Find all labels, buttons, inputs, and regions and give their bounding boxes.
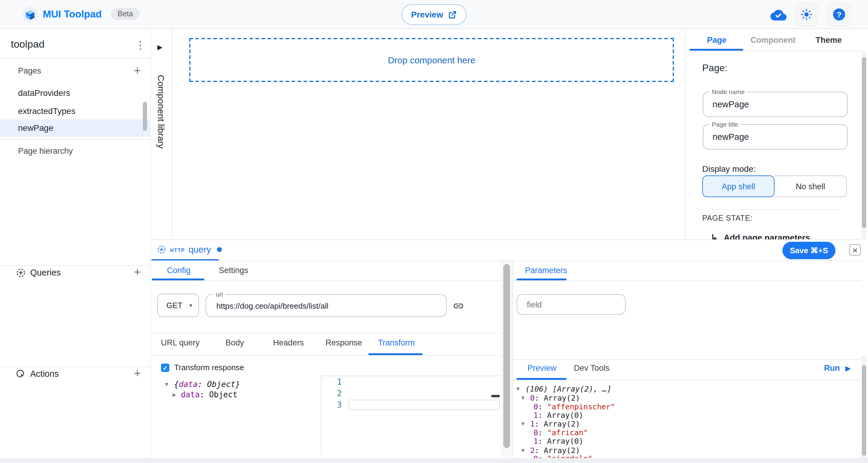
subtab-url-query[interactable]: URL query	[161, 338, 199, 347]
query-editor-panel: HTTP query Save ⌘+S × Config Settings GE…	[151, 239, 861, 458]
subtab-transform[interactable]: Transform	[378, 338, 415, 347]
tab-page[interactable]: Page	[707, 36, 727, 44]
save-button-label: Save ⌘+S	[790, 246, 828, 255]
overview-ruler-marker	[491, 395, 500, 397]
output-value: : Array(2)	[535, 419, 580, 428]
open-in-new-icon	[448, 10, 457, 19]
subtab-body[interactable]: Body	[225, 338, 244, 347]
toolpad-app: MUI Toolpad Beta Preview	[0, 0, 868, 463]
node-name-input[interactable]	[704, 92, 847, 116]
page-heading: Page:	[702, 63, 727, 73]
tab-settings[interactable]: Settings	[219, 266, 248, 275]
sidebar-item-newpage-selected[interactable]: newPage	[0, 119, 151, 137]
line-number: 3	[321, 399, 342, 410]
pages-section-label: Pages	[18, 66, 41, 75]
parameter-field[interactable]	[517, 294, 626, 315]
query-left-scrollbar-thumb[interactable]	[503, 264, 510, 448]
output-key: 0	[533, 428, 538, 437]
tab-theme[interactable]: Theme	[815, 36, 842, 44]
display-mode-toggle-group: App shell No shell	[702, 176, 847, 197]
output-root: (106) [Array(2), …]	[525, 384, 612, 393]
drop-zone[interactable]: Drop component here	[189, 38, 674, 82]
schema-tree-child-row[interactable]: ▶ data: Object	[173, 390, 238, 399]
query-result-output: ▼ (106) [Array(2), …] ▼ 0: Array(2) 0: "…	[513, 384, 850, 458]
expanded-arrow-icon[interactable]: ▼	[520, 395, 526, 401]
url-input[interactable]	[206, 295, 446, 316]
code-editor[interactable]: 1 2 3 returnObject.entries(data.messag	[321, 376, 500, 455]
display-mode-app-shell-button[interactable]: App shell	[702, 176, 775, 197]
expanded-arrow-icon[interactable]: ▼	[520, 447, 526, 453]
page-title-field[interactable]: Page title	[703, 124, 847, 150]
close-icon: ×	[852, 246, 858, 254]
top-header: MUI Toolpad Beta Preview	[0, 0, 868, 29]
preview-button[interactable]: Preview	[401, 4, 467, 25]
output-string-value: "african"	[547, 428, 588, 437]
url-field[interactable]: url	[206, 294, 447, 317]
query-tab[interactable]: HTTP query	[157, 244, 222, 254]
output-value: : Array(2)	[535, 445, 580, 455]
query-http-badge: HTTP	[170, 247, 185, 253]
output-row: 0: "affenpinscher"	[513, 402, 850, 411]
node-name-label: Node name	[710, 89, 747, 95]
close-panel-button[interactable]: ×	[849, 244, 861, 256]
expand-library-chevron-icon[interactable]: ▶	[157, 43, 162, 51]
code-gutter: 1 2 3	[321, 376, 342, 410]
output-row[interactable]: ▼ (106) [Array(2), …]	[513, 384, 850, 394]
output-key: 0	[533, 454, 538, 458]
add-page-button[interactable]: +	[134, 65, 141, 76]
tab-config[interactable]: Config	[167, 266, 190, 275]
collapsed-arrow-icon: ▶	[173, 392, 176, 398]
sidebar-item-extractedtypes[interactable]: extractedTypes	[0, 102, 151, 120]
transform-response-checkbox[interactable]: ✓	[161, 364, 169, 372]
no-shell-label: No shell	[796, 182, 825, 191]
tree-child-rest: : Object	[200, 390, 238, 399]
tab-result-preview[interactable]: Preview	[527, 364, 556, 373]
theme-toggle-button[interactable]	[795, 2, 818, 27]
tab-component[interactable]: Component	[750, 36, 796, 44]
save-button[interactable]: Save ⌘+S	[782, 242, 835, 259]
output-row[interactable]: ▼ 1: Array(2)	[513, 420, 850, 429]
display-mode-label: Display mode:	[702, 164, 755, 174]
run-button[interactable]: Run ▶	[824, 364, 851, 373]
sidebar-item-dataproviders[interactable]: dataProviders	[0, 84, 151, 102]
page-item-label: newPage	[18, 123, 53, 133]
parameters-tab-indicator	[517, 279, 567, 280]
component-library-strip[interactable]: ▶ Component library	[151, 29, 173, 239]
node-name-field[interactable]: Node name	[703, 92, 847, 117]
tab-dev-tools[interactable]: Dev Tools	[574, 364, 610, 373]
output-value: : Array(0)	[538, 410, 584, 420]
query-type-icon	[157, 244, 166, 254]
tab-parameters[interactable]: Parameters	[525, 266, 567, 275]
output-row: 1: Array(0)	[513, 411, 850, 420]
cloud-synced-icon	[770, 8, 786, 22]
output-row: 1: Array(0)	[513, 437, 850, 446]
project-menu-kebab-icon[interactable]: ⋮	[131, 38, 150, 52]
result-scrollbar-thumb[interactable]	[862, 365, 866, 456]
expanded-arrow-icon[interactable]: ▼	[520, 421, 526, 427]
checkbox-check-icon: ✓	[163, 364, 168, 371]
inspector-scrollbar-thumb[interactable]	[862, 57, 866, 228]
add-query-button[interactable]: +	[134, 267, 141, 277]
query-tab-label: query	[188, 244, 211, 254]
display-mode-no-shell-button[interactable]: No shell	[775, 176, 847, 197]
drop-zone-label: Drop component here	[388, 55, 475, 65]
help-button[interactable]: ?	[827, 2, 851, 27]
parameter-field-input[interactable]	[517, 295, 625, 314]
bottom-strip	[0, 458, 868, 463]
subtab-response[interactable]: Response	[326, 338, 362, 347]
preview-button-label: Preview	[411, 10, 443, 19]
expanded-arrow-icon[interactable]: ▼	[516, 386, 521, 392]
subtab-headers[interactable]: Headers	[273, 338, 304, 347]
dropdown-caret-icon: ▾	[189, 302, 192, 309]
output-row[interactable]: ▼ 2: Array(2)	[513, 446, 850, 455]
pages-list-scrollbar[interactable]	[143, 102, 147, 131]
page-title-input[interactable]	[704, 125, 847, 149]
method-select[interactable]: GET ▾	[157, 294, 199, 317]
schema-tree-root-row[interactable]: ▼ {data: Object}	[164, 380, 240, 389]
binding-link-icon[interactable]	[453, 300, 464, 312]
output-row[interactable]: ▼ 0: Array(2)	[513, 394, 850, 403]
output-colon: :	[538, 428, 547, 437]
unsaved-changes-dot	[217, 247, 222, 252]
add-action-button[interactable]: +	[134, 368, 141, 379]
transform-response-label: Transform response	[174, 363, 244, 372]
